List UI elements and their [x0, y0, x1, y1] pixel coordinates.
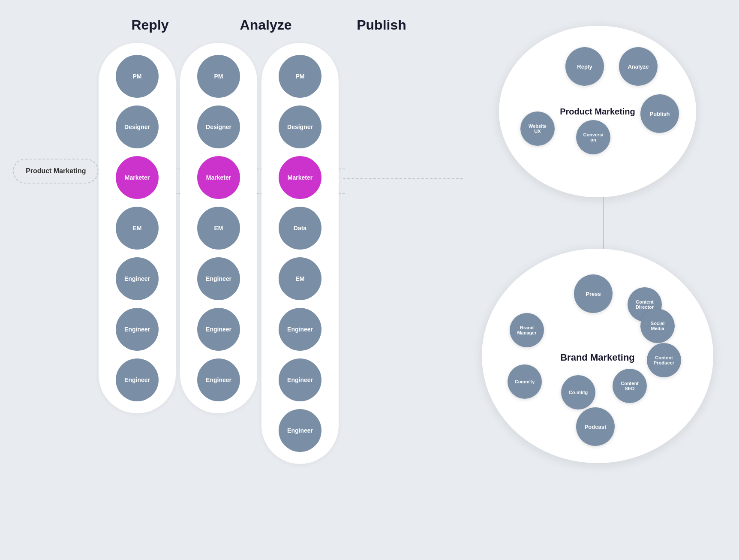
analyze-engineer1[interactable]: Engineer [197, 257, 240, 300]
publish-pm[interactable]: PM [279, 55, 321, 98]
main-container: Reply Analyze Publish Product Marketing … [0, 0, 739, 560]
reply-pm[interactable]: PM [116, 55, 159, 98]
pm-bubble-title: Product Marketing [560, 107, 635, 117]
reply-column: PM Designer Marketer EM Engineer Enginee… [99, 43, 176, 413]
analyze-header: Analyze [227, 17, 304, 33]
bm-press[interactable]: Press [574, 274, 613, 313]
brand-marketing-bubble: Brand Marketing Press ContentDirector Br… [482, 249, 713, 463]
publish-designer[interactable]: Designer [279, 105, 321, 148]
publish-marketer[interactable]: Marketer [279, 156, 321, 199]
bm-brand-manager[interactable]: BrandManager [510, 313, 544, 347]
publish-data[interactable]: Data [279, 207, 321, 250]
pm-website-ux-node[interactable]: WebsiteUX [520, 111, 555, 146]
analyze-pm[interactable]: PM [197, 55, 240, 98]
publish-column: PM Designer Marketer Data EM Engineer En… [261, 43, 339, 464]
reply-engineer3[interactable]: Engineer [116, 358, 159, 401]
publish-em[interactable]: EM [279, 257, 321, 300]
analyze-engineer3[interactable]: Engineer [197, 358, 240, 401]
pm-conversion-node[interactable]: Conversion [576, 120, 610, 154]
bm-content-seo[interactable]: ContentSEO [613, 369, 647, 403]
pm-reply-node[interactable]: Reply [565, 47, 604, 86]
bm-social-media[interactable]: SocialMedia [640, 309, 675, 343]
pm-analyze-node[interactable]: Analyze [619, 47, 658, 86]
bm-commty[interactable]: Comm'ty [508, 364, 542, 399]
analyze-designer[interactable]: Designer [197, 105, 240, 148]
bm-podcast[interactable]: Podcast [576, 407, 615, 446]
reply-engineer2[interactable]: Engineer [116, 308, 159, 351]
reply-header: Reply [111, 17, 189, 33]
reply-designer[interactable]: Designer [116, 105, 159, 148]
analyze-marketer[interactable]: Marketer [197, 156, 240, 199]
pm-publish-node[interactable]: Publish [640, 94, 679, 133]
publish-engineer3[interactable]: Engineer [279, 409, 321, 452]
reply-engineer1[interactable]: Engineer [116, 257, 159, 300]
product-marketing-label: Product Marketing [26, 167, 86, 175]
publish-engineer1[interactable]: Engineer [279, 308, 321, 351]
bm-content-producer[interactable]: ContentProducer [647, 343, 681, 377]
publish-header: Publish [343, 17, 420, 33]
analyze-engineer2[interactable]: Engineer [197, 308, 240, 351]
bm-comktg[interactable]: Co-mktg [561, 375, 595, 409]
analyze-em[interactable]: EM [197, 207, 240, 250]
product-marketing-bubble: Product Marketing Reply Analyze WebsiteU… [499, 26, 696, 197]
reply-em[interactable]: EM [116, 207, 159, 250]
bm-bubble-title: Brand Marketing [555, 352, 640, 363]
h-connector-right [343, 178, 463, 179]
headers-row: Reply Analyze Publish [111, 17, 420, 33]
vertical-connector [603, 197, 604, 249]
reply-marketer[interactable]: Marketer [116, 156, 159, 199]
product-marketing-label-box: Product Marketing [13, 159, 99, 184]
publish-engineer2[interactable]: Engineer [279, 358, 321, 401]
analyze-column: PM Designer Marketer EM Engineer Enginee… [180, 43, 257, 413]
